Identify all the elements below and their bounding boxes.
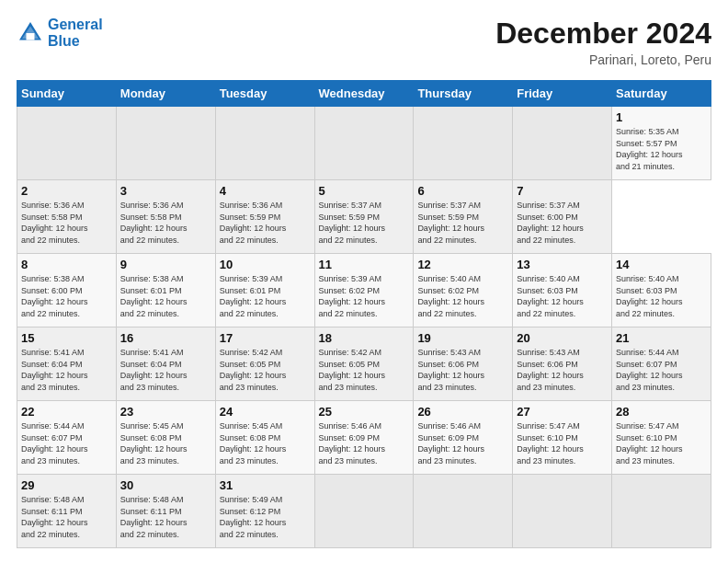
col-header-wednesday: Wednesday	[314, 81, 414, 107]
calendar-cell-24: 24Sunrise: 5:45 AMSunset: 6:08 PMDayligh…	[215, 401, 314, 475]
calendar-cell-empty	[513, 107, 612, 180]
calendar-cell-22: 22Sunrise: 5:44 AMSunset: 6:07 PMDayligh…	[17, 401, 117, 475]
logo-text: General Blue	[48, 17, 103, 49]
calendar-cell-14: 14Sunrise: 5:40 AMSunset: 6:03 PMDayligh…	[612, 254, 711, 327]
calendar-cell-20: 20Sunrise: 5:43 AMSunset: 6:06 PMDayligh…	[513, 327, 612, 401]
calendar-cell-26: 26Sunrise: 5:46 AMSunset: 6:09 PMDayligh…	[414, 401, 513, 475]
calendar-title: December 2024	[495, 17, 711, 51]
calendar-cell-3: 3Sunrise: 5:36 AMSunset: 5:58 PMDaylight…	[116, 180, 215, 254]
calendar-cell-empty	[314, 475, 414, 548]
calendar-cell-empty	[116, 107, 215, 180]
calendar-cell-6: 6Sunrise: 5:37 AMSunset: 5:59 PMDaylight…	[414, 180, 513, 254]
calendar-cell-empty	[414, 475, 513, 548]
col-header-thursday: Thursday	[414, 81, 513, 107]
calendar-week-row: 2Sunrise: 5:36 AMSunset: 5:58 PMDaylight…	[17, 180, 711, 254]
calendar-cell-12: 12Sunrise: 5:40 AMSunset: 6:02 PMDayligh…	[414, 254, 513, 327]
calendar-cell-10: 10Sunrise: 5:39 AMSunset: 6:01 PMDayligh…	[215, 254, 314, 327]
logo-icon	[17, 19, 44, 47]
logo: General Blue	[17, 17, 103, 49]
col-header-friday: Friday	[513, 81, 612, 107]
svg-rect-2	[27, 33, 35, 40]
calendar-cell-empty	[513, 475, 612, 548]
calendar-week-row: 1Sunrise: 5:35 AMSunset: 5:57 PMDaylight…	[17, 107, 711, 180]
calendar-cell-empty	[612, 475, 711, 548]
calendar-subtitle: Parinari, Loreto, Peru	[495, 52, 711, 67]
calendar-cell-8: 8Sunrise: 5:38 AMSunset: 6:00 PMDaylight…	[17, 254, 117, 327]
col-header-saturday: Saturday	[612, 81, 711, 107]
calendar-cell-18: 18Sunrise: 5:42 AMSunset: 6:05 PMDayligh…	[314, 327, 414, 401]
calendar-cell-2: 2Sunrise: 5:36 AMSunset: 5:58 PMDaylight…	[17, 180, 117, 254]
title-block: December 2024 Parinari, Loreto, Peru	[495, 17, 711, 67]
calendar-week-row: 15Sunrise: 5:41 AMSunset: 6:04 PMDayligh…	[17, 327, 711, 401]
calendar-cell-25: 25Sunrise: 5:46 AMSunset: 6:09 PMDayligh…	[314, 401, 414, 475]
calendar-cell-4: 4Sunrise: 5:36 AMSunset: 5:59 PMDaylight…	[215, 180, 314, 254]
calendar-header-row: SundayMondayTuesdayWednesdayThursdayFrid…	[17, 81, 711, 107]
calendar-cell-29: 29Sunrise: 5:48 AMSunset: 6:11 PMDayligh…	[17, 475, 117, 548]
calendar-cell-23: 23Sunrise: 5:45 AMSunset: 6:08 PMDayligh…	[116, 401, 215, 475]
calendar-cell-21: 21Sunrise: 5:44 AMSunset: 6:07 PMDayligh…	[612, 327, 711, 401]
calendar-cell-19: 19Sunrise: 5:43 AMSunset: 6:06 PMDayligh…	[414, 327, 513, 401]
calendar-week-row: 22Sunrise: 5:44 AMSunset: 6:07 PMDayligh…	[17, 401, 711, 475]
calendar-week-row: 8Sunrise: 5:38 AMSunset: 6:00 PMDaylight…	[17, 254, 711, 327]
calendar-cell-17: 17Sunrise: 5:42 AMSunset: 6:05 PMDayligh…	[215, 327, 314, 401]
calendar-cell-16: 16Sunrise: 5:41 AMSunset: 6:04 PMDayligh…	[116, 327, 215, 401]
col-header-monday: Monday	[116, 81, 215, 107]
calendar-cell-1: 1Sunrise: 5:35 AMSunset: 5:57 PMDaylight…	[612, 107, 711, 180]
calendar-table: SundayMondayTuesdayWednesdayThursdayFrid…	[17, 80, 711, 548]
calendar-week-row: 29Sunrise: 5:48 AMSunset: 6:11 PMDayligh…	[17, 475, 711, 548]
col-header-tuesday: Tuesday	[215, 81, 314, 107]
calendar-cell-15: 15Sunrise: 5:41 AMSunset: 6:04 PMDayligh…	[17, 327, 117, 401]
calendar-cell-9: 9Sunrise: 5:38 AMSunset: 6:01 PMDaylight…	[116, 254, 215, 327]
calendar-cell-5: 5Sunrise: 5:37 AMSunset: 5:59 PMDaylight…	[314, 180, 414, 254]
calendar-cell-31: 31Sunrise: 5:49 AMSunset: 6:12 PMDayligh…	[215, 475, 314, 548]
calendar-cell-empty	[17, 107, 117, 180]
calendar-cell-11: 11Sunrise: 5:39 AMSunset: 6:02 PMDayligh…	[314, 254, 414, 327]
calendar-cell-27: 27Sunrise: 5:47 AMSunset: 6:10 PMDayligh…	[513, 401, 612, 475]
calendar-cell-30: 30Sunrise: 5:48 AMSunset: 6:11 PMDayligh…	[116, 475, 215, 548]
calendar-cell-empty	[314, 107, 414, 180]
calendar-cell-empty	[414, 107, 513, 180]
calendar-cell-28: 28Sunrise: 5:47 AMSunset: 6:10 PMDayligh…	[612, 401, 711, 475]
col-header-sunday: Sunday	[17, 81, 117, 107]
calendar-container: General Blue December 2024 Parinari, Lor…	[0, 0, 728, 557]
calendar-cell-7: 7Sunrise: 5:37 AMSunset: 6:00 PMDaylight…	[513, 180, 612, 254]
calendar-header: General Blue December 2024 Parinari, Lor…	[17, 17, 711, 67]
calendar-cell-empty	[215, 107, 314, 180]
calendar-cell-13: 13Sunrise: 5:40 AMSunset: 6:03 PMDayligh…	[513, 254, 612, 327]
